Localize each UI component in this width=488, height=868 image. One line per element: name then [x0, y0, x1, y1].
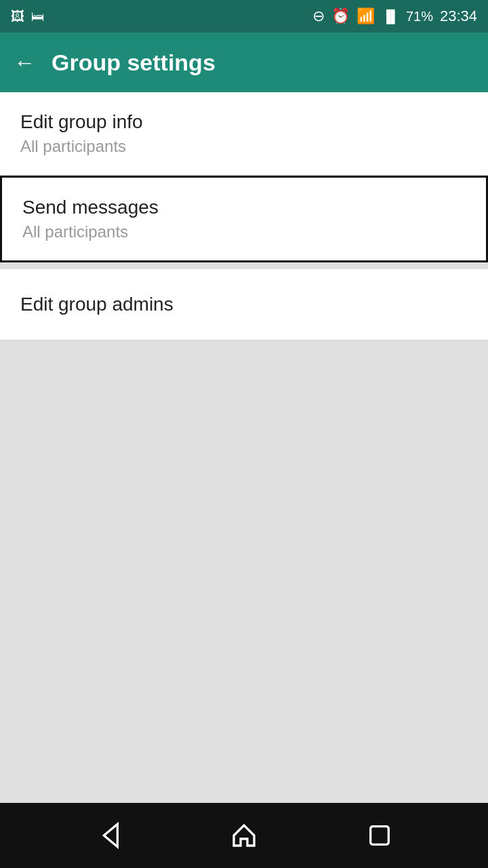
- svg-rect-1: [371, 827, 389, 845]
- recents-nav-icon: [366, 822, 393, 849]
- back-nav-icon: [95, 822, 122, 849]
- nav-back-button[interactable]: [81, 808, 136, 863]
- edit-group-admins-item[interactable]: Edit group admins: [0, 269, 488, 340]
- photo-icon: 🖼: [11, 9, 24, 24]
- empty-area: [0, 340, 488, 803]
- edit-group-info-subtitle: All participants: [20, 137, 468, 156]
- nav-home-button[interactable]: [217, 808, 271, 863]
- signal-icon: ▐▌: [382, 9, 399, 24]
- status-time: 23:34: [440, 7, 477, 25]
- dnd-icon: ⊖: [312, 7, 325, 25]
- status-bar: 🖼 🛏 ⊖ ⏰ 📶 ▐▌ 71% 23:34: [0, 0, 488, 33]
- page-title: Group settings: [52, 50, 216, 76]
- back-button[interactable]: ←: [14, 50, 35, 75]
- section-divider: [0, 262, 488, 269]
- edit-group-info-title: Edit group info: [20, 111, 468, 133]
- send-messages-subtitle: All participants: [22, 222, 466, 241]
- wifi-icon: 📶: [357, 7, 375, 25]
- nav-bar: [0, 803, 488, 868]
- edit-group-admins-title: Edit group admins: [20, 294, 468, 315]
- battery-text: 71%: [406, 9, 433, 24]
- edit-group-info-item[interactable]: Edit group info All participants: [0, 92, 488, 175]
- app-bar: ← Group settings: [0, 33, 488, 92]
- settings-list: Edit group info All participants Send me…: [0, 92, 488, 262]
- send-messages-title: Send messages: [22, 197, 466, 218]
- hotel-icon: 🛏: [31, 9, 45, 24]
- alarm-icon: ⏰: [331, 7, 350, 25]
- svg-marker-0: [104, 824, 117, 846]
- nav-recents-button[interactable]: [352, 808, 407, 863]
- send-messages-item[interactable]: Send messages All participants: [0, 176, 488, 262]
- home-nav-icon: [230, 822, 258, 849]
